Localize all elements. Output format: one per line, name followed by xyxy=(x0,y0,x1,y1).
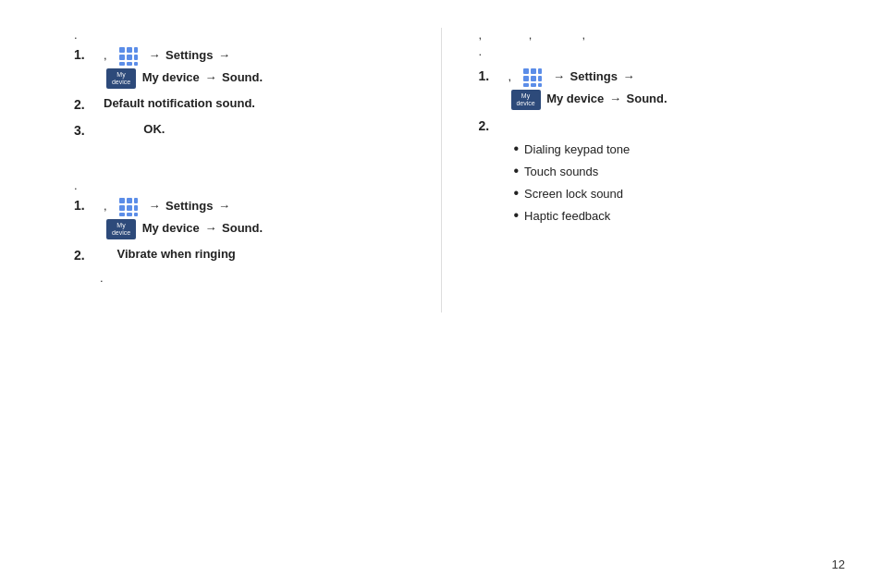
step-text: , xyxy=(508,69,515,83)
step-content: Vibrate when ringing xyxy=(104,245,236,264)
step-item: 1. , xyxy=(74,195,413,239)
svg-rect-26 xyxy=(538,83,542,87)
right-column: , , , . 1. , xyxy=(442,28,846,312)
svg-rect-13 xyxy=(127,205,132,211)
page-number: 12 xyxy=(832,557,845,571)
svg-rect-2 xyxy=(134,47,138,53)
bullet-dot: • xyxy=(514,164,520,178)
svg-rect-12 xyxy=(119,205,125,211)
section2-steps: 1. , xyxy=(74,195,413,265)
arrow: → xyxy=(553,69,565,83)
bullet-item-haptic: • Haptic feedback xyxy=(514,208,818,223)
step-number: 1. xyxy=(479,66,505,86)
section-notification-sound: . 1. , xyxy=(74,28,413,141)
settings-label: Settings xyxy=(165,48,213,62)
my-device-label: My device xyxy=(142,221,200,235)
step-number: 2. xyxy=(74,245,100,265)
svg-rect-18 xyxy=(523,68,529,74)
svg-rect-7 xyxy=(127,62,132,66)
right-steps: 1. , xyxy=(479,66,818,136)
section1-steps: 1. , xyxy=(74,44,413,141)
svg-rect-21 xyxy=(523,76,529,81)
step-content: , xyxy=(508,66,668,110)
step3-text: OK. xyxy=(143,122,165,136)
step-item: 2. Vibrate when ringing xyxy=(74,245,413,265)
step-item: 1. , xyxy=(74,44,413,89)
section1-intro: . xyxy=(74,28,413,42)
bullet-label: Dialing keypad tone xyxy=(524,142,630,156)
step2-text: Default notification sound. xyxy=(104,96,255,110)
step-number: 1. xyxy=(74,195,100,215)
step-text: , xyxy=(104,48,110,62)
section2-intro: . xyxy=(74,178,413,192)
bullet-label: Screen lock sound xyxy=(524,187,623,201)
arrow: → xyxy=(148,199,160,213)
bullet-item-screen-lock: • Screen lock sound xyxy=(514,186,818,201)
bullet-dot: • xyxy=(514,186,520,201)
page: . 1. , xyxy=(0,0,882,588)
svg-rect-24 xyxy=(523,83,529,87)
left-column: . 1. , xyxy=(37,28,442,312)
svg-rect-23 xyxy=(538,76,542,81)
bullet-label: Touch sounds xyxy=(524,165,598,178)
sound-label: Sound. xyxy=(222,70,263,84)
sound-options-list: • Dialing keypad tone • Touch sounds • S… xyxy=(505,141,818,223)
step-number: 3. xyxy=(74,120,100,141)
bullet-label: Haptic feedback xyxy=(524,209,610,223)
bullet-dot: • xyxy=(514,208,520,223)
settings-label: Settings xyxy=(570,69,618,83)
svg-rect-25 xyxy=(531,83,536,87)
my-device-label: My device xyxy=(142,70,200,84)
bullet-item-dialing: • Dialing keypad tone xyxy=(514,141,818,156)
bullet-item-touch: • Touch sounds xyxy=(514,164,818,178)
device-icon: Mydevice xyxy=(511,90,541,110)
arrow: → xyxy=(204,70,216,84)
step-number: 2. xyxy=(74,94,100,115)
arrow: → xyxy=(623,69,635,83)
grid-icon xyxy=(116,195,141,219)
arrow: → xyxy=(218,48,230,62)
svg-rect-19 xyxy=(531,68,536,74)
step-item: 1. , xyxy=(479,66,818,110)
step-content: Default notification sound. xyxy=(104,94,255,114)
my-device-label: My device xyxy=(546,92,604,105)
step-item: 3. OK. xyxy=(74,120,413,141)
arrow: → xyxy=(148,48,160,62)
step-item: 2. xyxy=(479,116,818,136)
svg-rect-15 xyxy=(119,213,125,216)
svg-rect-17 xyxy=(134,213,138,216)
svg-rect-0 xyxy=(119,47,125,53)
svg-rect-10 xyxy=(127,198,132,203)
svg-rect-4 xyxy=(127,55,132,60)
arrow: → xyxy=(609,92,621,105)
step-content: , xyxy=(104,44,263,89)
bullet-dot: • xyxy=(514,141,520,156)
right-intro-2: . xyxy=(479,44,818,58)
step-text: , xyxy=(104,199,110,213)
step-number: 1. xyxy=(74,44,100,65)
svg-rect-22 xyxy=(531,76,536,81)
device-icon: Mydevice xyxy=(106,219,136,239)
svg-rect-14 xyxy=(134,205,138,211)
device-icon: Mydevice xyxy=(106,68,136,89)
svg-rect-6 xyxy=(119,62,125,66)
svg-rect-20 xyxy=(538,68,542,74)
svg-rect-9 xyxy=(119,198,125,203)
svg-rect-1 xyxy=(127,47,132,53)
sound-label: Sound. xyxy=(627,92,668,105)
svg-rect-16 xyxy=(127,213,132,216)
step-number: 2. xyxy=(479,116,505,136)
svg-rect-3 xyxy=(119,55,125,60)
svg-rect-11 xyxy=(134,198,138,203)
vibrate-label: Vibrate when ringing xyxy=(116,247,235,261)
section-vibrate: . 1. , xyxy=(74,178,413,285)
columns-container: . 1. , xyxy=(37,28,845,312)
grid-icon xyxy=(116,44,141,68)
arrow: → xyxy=(204,221,216,235)
right-intro-1: , , , xyxy=(479,28,818,42)
settings-label: Settings xyxy=(165,199,213,213)
arrow: → xyxy=(218,199,230,213)
section2-outro: . xyxy=(100,271,413,285)
svg-rect-8 xyxy=(134,62,138,66)
step-content: , xyxy=(104,195,263,239)
